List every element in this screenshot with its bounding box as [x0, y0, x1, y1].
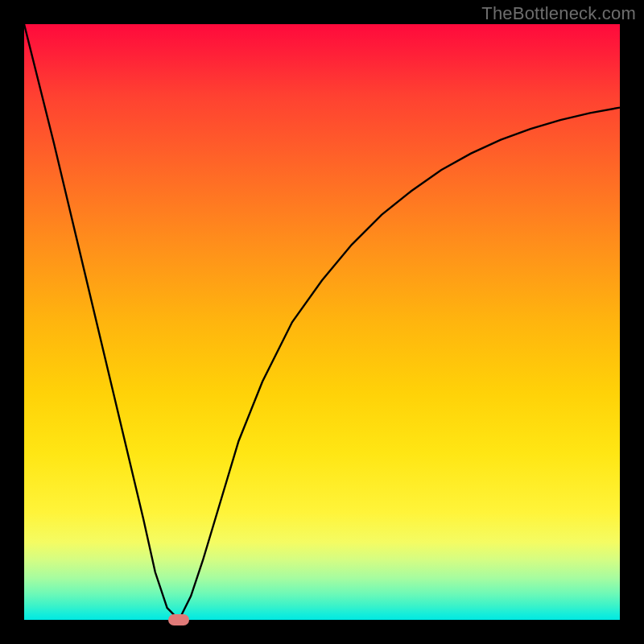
optimal-marker — [168, 614, 189, 625]
bottleneck-curve — [24, 24, 620, 620]
chart-frame: TheBottleneck.com — [0, 0, 644, 644]
plot-area — [24, 24, 620, 620]
curve-path — [24, 24, 620, 620]
watermark-text: TheBottleneck.com — [481, 3, 636, 24]
